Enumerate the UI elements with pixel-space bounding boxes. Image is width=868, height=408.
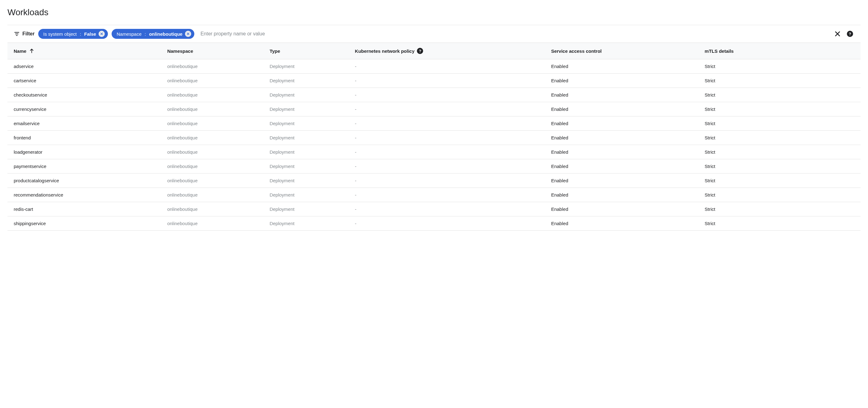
column-header-knp[interactable]: Kubernetes network policy ? bbox=[349, 43, 545, 59]
cell-type: Deployment bbox=[263, 131, 348, 145]
column-header-type[interactable]: Type bbox=[263, 43, 348, 59]
table-row[interactable]: redis-cartonlineboutiqueDeployment-Enabl… bbox=[7, 202, 861, 216]
cell-name[interactable]: frontend bbox=[7, 131, 161, 145]
cell-name[interactable]: checkoutservice bbox=[7, 88, 161, 102]
cell-sac: Enabled bbox=[545, 74, 699, 88]
table-row[interactable]: loadgeneratoronlineboutiqueDeployment-En… bbox=[7, 145, 861, 159]
cell-sac: Enabled bbox=[545, 174, 699, 188]
cell-name[interactable]: emailservice bbox=[7, 116, 161, 131]
table-row[interactable]: paymentserviceonlineboutiqueDeployment-E… bbox=[7, 159, 861, 174]
column-header-mtls[interactable]: mTLS details bbox=[699, 43, 861, 59]
cell-sac: Enabled bbox=[545, 102, 699, 116]
cell-name[interactable]: loadgenerator bbox=[7, 145, 161, 159]
cell-name[interactable]: recommendationservice bbox=[7, 188, 161, 202]
chip-remove-button[interactable] bbox=[185, 31, 191, 37]
cell-namespace: onlineboutique bbox=[161, 116, 263, 131]
cell-type: Deployment bbox=[263, 159, 348, 174]
filter-chip[interactable]: Is system object:False bbox=[38, 29, 108, 39]
column-header-namespace[interactable]: Namespace bbox=[161, 43, 263, 59]
svg-rect-0 bbox=[14, 32, 19, 33]
cell-mtls: Strict bbox=[699, 145, 861, 159]
cell-name[interactable]: redis-cart bbox=[7, 202, 161, 216]
cell-knp: - bbox=[349, 116, 545, 131]
cell-knp: - bbox=[349, 145, 545, 159]
cell-mtls: Strict bbox=[699, 174, 861, 188]
column-header-mtls-label: mTLS details bbox=[705, 48, 734, 54]
cell-sac: Enabled bbox=[545, 188, 699, 202]
cell-mtls: Strict bbox=[699, 188, 861, 202]
cell-sac: Enabled bbox=[545, 88, 699, 102]
cell-sac: Enabled bbox=[545, 116, 699, 131]
filter-label[interactable]: Filter bbox=[14, 31, 34, 37]
cell-name[interactable]: adservice bbox=[7, 59, 161, 74]
page-title: Workloads bbox=[7, 7, 861, 18]
column-header-sac-label: Service access control bbox=[551, 48, 602, 54]
cell-mtls: Strict bbox=[699, 131, 861, 145]
cell-namespace: onlineboutique bbox=[161, 145, 263, 159]
cell-name[interactable]: currencyservice bbox=[7, 102, 161, 116]
column-header-namespace-label: Namespace bbox=[167, 48, 193, 54]
close-icon bbox=[186, 32, 190, 36]
column-header-knp-label: Kubernetes network policy bbox=[355, 48, 415, 54]
cell-namespace: onlineboutique bbox=[161, 202, 263, 216]
cell-name[interactable]: shippingservice bbox=[7, 216, 161, 231]
table-header-row: Name Namespace Type Kubernetes netwo bbox=[7, 43, 861, 59]
cell-type: Deployment bbox=[263, 174, 348, 188]
table-row[interactable]: shippingserviceonlineboutiqueDeployment-… bbox=[7, 216, 861, 231]
cell-namespace: onlineboutique bbox=[161, 131, 263, 145]
help-icon: ? bbox=[847, 31, 853, 37]
column-header-name[interactable]: Name bbox=[7, 43, 161, 59]
filter-label-text: Filter bbox=[22, 31, 34, 37]
cell-name[interactable]: paymentservice bbox=[7, 159, 161, 174]
column-header-name-label: Name bbox=[14, 48, 26, 54]
cell-knp: - bbox=[349, 102, 545, 116]
cell-namespace: onlineboutique bbox=[161, 102, 263, 116]
table-row[interactable]: adserviceonlineboutiqueDeployment-Enable… bbox=[7, 59, 861, 74]
chip-key: Is system object bbox=[43, 31, 77, 37]
cell-sac: Enabled bbox=[545, 159, 699, 174]
cell-type: Deployment bbox=[263, 145, 348, 159]
cell-type: Deployment bbox=[263, 74, 348, 88]
column-header-sac[interactable]: Service access control bbox=[545, 43, 699, 59]
clear-filters-button[interactable] bbox=[833, 30, 842, 38]
filter-bar: Filter Is system object:FalseNamespace:o… bbox=[7, 25, 861, 43]
cell-mtls: Strict bbox=[699, 216, 861, 231]
cell-knp: - bbox=[349, 88, 545, 102]
cell-sac: Enabled bbox=[545, 131, 699, 145]
cell-type: Deployment bbox=[263, 59, 348, 74]
cell-knp: - bbox=[349, 174, 545, 188]
chip-remove-button[interactable] bbox=[98, 31, 105, 37]
svg-rect-2 bbox=[16, 35, 18, 36]
cell-knp: - bbox=[349, 74, 545, 88]
filter-input[interactable] bbox=[198, 29, 830, 38]
table-row[interactable]: currencyserviceonlineboutiqueDeployment-… bbox=[7, 102, 861, 116]
table-row[interactable]: checkoutserviceonlineboutiqueDeployment-… bbox=[7, 88, 861, 102]
cell-namespace: onlineboutique bbox=[161, 88, 263, 102]
cell-name[interactable]: productcatalogservice bbox=[7, 174, 161, 188]
filter-help-button[interactable]: ? bbox=[846, 30, 854, 38]
cell-type: Deployment bbox=[263, 116, 348, 131]
filter-chip[interactable]: Namespace:onlineboutique bbox=[112, 29, 194, 39]
cell-type: Deployment bbox=[263, 102, 348, 116]
close-icon bbox=[100, 32, 103, 36]
chip-colon: : bbox=[145, 31, 146, 37]
cell-namespace: onlineboutique bbox=[161, 159, 263, 174]
table-row[interactable]: frontendonlineboutiqueDeployment-Enabled… bbox=[7, 131, 861, 145]
table-row[interactable]: recommendationserviceonlineboutiqueDeplo… bbox=[7, 188, 861, 202]
sort-asc-icon bbox=[29, 48, 34, 54]
chip-value: onlineboutique bbox=[149, 31, 182, 37]
cell-type: Deployment bbox=[263, 188, 348, 202]
chip-key: Namespace bbox=[117, 31, 142, 37]
svg-rect-1 bbox=[15, 34, 18, 34]
chip-value: False bbox=[84, 31, 96, 37]
cell-knp: - bbox=[349, 59, 545, 74]
column-header-type-label: Type bbox=[270, 48, 280, 54]
table-row[interactable]: cartserviceonlineboutiqueDeployment-Enab… bbox=[7, 74, 861, 88]
table-row[interactable]: emailserviceonlineboutiqueDeployment-Ena… bbox=[7, 116, 861, 131]
cell-namespace: onlineboutique bbox=[161, 216, 263, 231]
cell-mtls: Strict bbox=[699, 102, 861, 116]
cell-mtls: Strict bbox=[699, 74, 861, 88]
table-row[interactable]: productcatalogserviceonlineboutiqueDeplo… bbox=[7, 174, 861, 188]
help-icon[interactable]: ? bbox=[417, 48, 423, 54]
cell-name[interactable]: cartservice bbox=[7, 74, 161, 88]
